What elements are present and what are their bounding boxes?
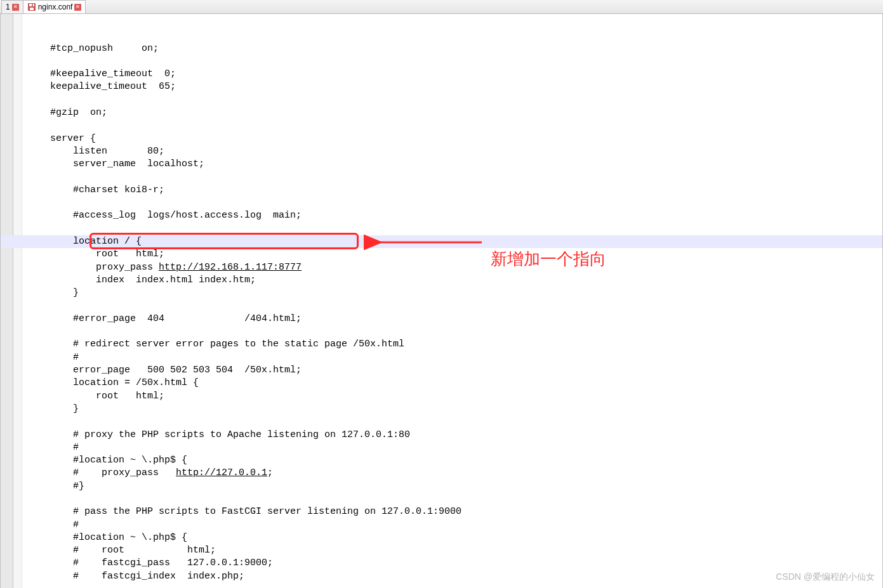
code-line xyxy=(27,94,882,107)
code-line xyxy=(27,325,882,338)
code-line: #access_log logs/host.access.log main; xyxy=(27,209,882,222)
code-line xyxy=(27,493,882,506)
proxy-pass-url: http://192.168.1.117:8777 xyxy=(159,262,302,273)
fold-column xyxy=(13,14,22,588)
code-line: #tcp_nopush on; xyxy=(27,42,882,55)
svg-rect-2 xyxy=(30,8,34,10)
code-line: root html; xyxy=(27,248,882,261)
code-line: # redirect server error pages to the sta… xyxy=(27,338,882,351)
code-line xyxy=(27,119,882,132)
tab-nginx-conf[interactable]: nginx.conf ✕ xyxy=(23,0,86,13)
code-line: #error_page 404 /404.html; xyxy=(27,313,882,325)
code-line: listen 80; xyxy=(27,145,882,158)
code-line: } xyxy=(27,287,882,299)
watermark: CSDN @爱编程的小仙女 xyxy=(776,572,875,583)
proxy-pass-url-2: http://127.0.0.1 xyxy=(176,467,267,478)
code-line: #location ~ \.php$ { xyxy=(27,454,882,467)
code-line: server { xyxy=(27,133,882,145)
tab-label: 1 xyxy=(6,3,10,11)
code-line: #location ~ \.php$ { xyxy=(27,532,882,544)
code-line: #} xyxy=(27,480,882,493)
code-line xyxy=(27,223,882,235)
code-line xyxy=(27,415,882,428)
code-line xyxy=(27,197,882,209)
save-disk-icon xyxy=(27,3,36,11)
code-line: root html; xyxy=(27,390,882,403)
tab-label: nginx.conf xyxy=(38,3,73,11)
code-line: error_page 500 502 503 504 /50x.html; xyxy=(27,364,882,377)
code-line: #charset koi8-r; xyxy=(27,184,882,197)
code-line: # fastcgi_index index.php; xyxy=(27,570,882,583)
code-line: #keepalive_timeout 0; xyxy=(27,68,882,81)
editor[interactable]: #tcp_nopush on; #keepalive_timeout 0; ke… xyxy=(0,14,883,588)
code-line: # pass the PHP scripts to FastCGI server… xyxy=(27,506,882,518)
code-line: proxy_pass http://192.168.1.117:8777 xyxy=(27,261,882,274)
code-line xyxy=(27,55,882,68)
code-line xyxy=(27,171,882,184)
code-area[interactable]: #tcp_nopush on; #keepalive_timeout 0; ke… xyxy=(22,14,882,588)
code-line: index index.html index.htm; xyxy=(27,274,882,287)
code-line: } xyxy=(27,403,882,415)
code-line: keepalive_timeout 65; xyxy=(27,81,882,93)
svg-rect-3 xyxy=(32,4,33,6)
code-line: # xyxy=(27,351,882,364)
annotation-text: 新增加一个指向 xyxy=(491,248,606,270)
code-line: # xyxy=(27,519,882,532)
code-line: # root html; xyxy=(27,544,882,557)
code-line xyxy=(27,300,882,313)
code-line: location / { xyxy=(27,235,882,248)
code-line: location = /50x.html { xyxy=(27,377,882,389)
tab-bar: 1 ✕ nginx.conf ✕ xyxy=(0,0,883,14)
code-line: # fastcgi_pass 127.0.0.1:9000; xyxy=(27,557,882,570)
code-line: # proxy_pass http://127.0.0.1; xyxy=(27,467,882,480)
code-line: # proxy the PHP scripts to Apache listen… xyxy=(27,429,882,441)
line-number-gutter xyxy=(1,14,13,588)
tab-unnamed[interactable]: 1 ✕ xyxy=(1,0,23,13)
close-icon[interactable]: ✕ xyxy=(12,4,19,11)
close-icon[interactable]: ✕ xyxy=(74,4,81,11)
code-line: #gzip on; xyxy=(27,107,882,119)
code-line: server_name localhost; xyxy=(27,158,882,171)
code-line: # xyxy=(27,441,882,454)
